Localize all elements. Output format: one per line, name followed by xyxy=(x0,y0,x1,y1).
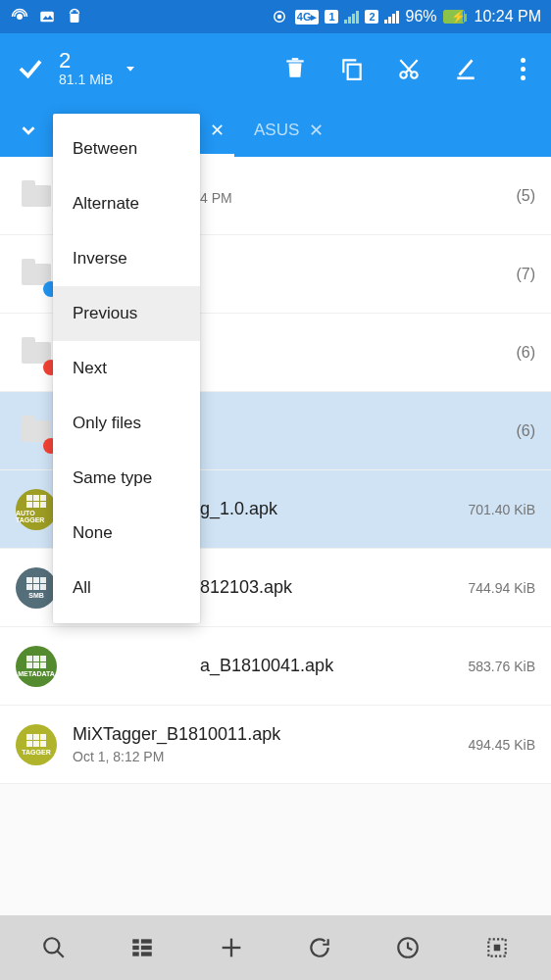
folder-icon xyxy=(16,175,57,217)
battery-percent: 96% xyxy=(405,8,436,25)
folder-icon xyxy=(16,332,57,373)
file-meta: (5) xyxy=(516,187,535,205)
svg-rect-25 xyxy=(494,945,501,952)
file-meta: 583.76 KiB xyxy=(469,659,536,674)
svg-point-4 xyxy=(76,11,78,13)
folder-icon xyxy=(16,411,57,452)
svg-point-6 xyxy=(277,16,280,19)
tab-label: ASUS xyxy=(254,121,299,140)
network-4g-icon: 4G▸ xyxy=(295,10,320,24)
signal-bars-sim1-icon xyxy=(344,10,359,24)
selection-mode-menu: BetweenAlternateInversePreviousNextOnly … xyxy=(53,114,200,623)
svg-rect-9 xyxy=(292,58,299,60)
svg-rect-10 xyxy=(348,65,361,79)
signal-bars-sim2-icon xyxy=(384,10,399,24)
battery-charging-icon: ⚡ xyxy=(443,10,465,24)
menu-item-between[interactable]: Between xyxy=(53,122,200,176)
menu-item-previous[interactable]: Previous xyxy=(53,286,200,341)
folder-icon xyxy=(16,254,57,295)
file-meta: 494.45 KiB xyxy=(469,737,536,753)
menu-item-same-type[interactable]: Same type xyxy=(53,451,200,506)
svg-point-0 xyxy=(18,15,23,20)
menu-item-alternate[interactable]: Alternate xyxy=(53,176,200,231)
sim1-icon: 1 xyxy=(325,10,338,24)
menu-item-none[interactable]: None xyxy=(53,506,200,561)
clock-time: 10:24 PM xyxy=(475,8,541,25)
close-icon[interactable]: ✕ xyxy=(309,120,324,141)
svg-rect-17 xyxy=(133,946,140,950)
file-meta: (6) xyxy=(516,344,535,362)
select-all-button[interactable] xyxy=(480,931,514,964)
sim2-icon: 2 xyxy=(365,10,378,24)
android-icon xyxy=(65,7,84,26)
tab-asus[interactable]: ASUS ✕ xyxy=(244,104,333,157)
status-bar: 4G▸ 1 2 96% ⚡ 10:24 PM xyxy=(0,0,551,33)
selection-count: 2 xyxy=(59,50,113,72)
more-options-button[interactable] xyxy=(508,54,537,83)
svg-point-13 xyxy=(44,938,59,953)
selection-dropdown-toggle[interactable] xyxy=(123,61,138,76)
file-meta: 744.94 KiB xyxy=(469,580,536,596)
svg-rect-19 xyxy=(133,952,140,956)
svg-rect-16 xyxy=(141,939,152,943)
cut-button[interactable] xyxy=(394,54,424,83)
apk-icon: AUTO TAGGER xyxy=(16,489,57,530)
confirm-selection-button[interactable] xyxy=(14,54,47,83)
svg-rect-20 xyxy=(141,952,152,956)
file-row[interactable]: METADATA a_B1810041.apk 583.76 KiB xyxy=(0,627,551,706)
selection-size: 81.1 MiB xyxy=(59,72,113,87)
file-name: a_B1810041.apk xyxy=(73,656,461,676)
bottom-toolbar xyxy=(0,915,551,980)
tab-expand-button[interactable] xyxy=(14,120,43,141)
gallery-icon xyxy=(37,7,57,26)
add-button[interactable] xyxy=(215,931,248,964)
search-button[interactable] xyxy=(37,931,71,964)
svg-marker-7 xyxy=(126,67,134,72)
view-mode-button[interactable] xyxy=(125,931,159,964)
file-date: Oct 1, 8:12 PM xyxy=(73,749,461,764)
apk-icon: METADATA xyxy=(16,646,57,687)
menu-item-next[interactable]: Next xyxy=(53,341,200,396)
delete-button[interactable] xyxy=(280,54,310,83)
svg-rect-8 xyxy=(286,60,303,62)
file-row[interactable]: TAGGER MiXTagger_B1810011.apk Oct 1, 8:1… xyxy=(0,706,551,784)
file-meta: (6) xyxy=(516,422,535,440)
apk-icon: TAGGER xyxy=(16,724,57,765)
file-name: MiXTagger_B1810011.apk xyxy=(73,724,461,745)
copy-button[interactable] xyxy=(337,54,367,83)
svg-rect-1 xyxy=(40,12,54,23)
svg-rect-15 xyxy=(133,939,140,943)
refresh-button[interactable] xyxy=(303,931,336,964)
apk-icon: SMB xyxy=(16,567,57,609)
file-meta: 701.40 KiB xyxy=(469,502,536,517)
svg-rect-18 xyxy=(141,946,152,950)
menu-item-inverse[interactable]: Inverse xyxy=(53,231,200,286)
svg-line-14 xyxy=(57,951,64,957)
menu-item-all[interactable]: All xyxy=(53,561,200,615)
file-meta: (7) xyxy=(516,266,535,283)
location-icon xyxy=(270,7,289,26)
selection-action-bar: 2 81.1 MiB xyxy=(0,33,551,104)
rename-button[interactable] xyxy=(451,54,480,83)
hotspot-icon xyxy=(10,7,29,26)
svg-point-3 xyxy=(72,11,74,13)
close-icon[interactable]: ✕ xyxy=(210,120,225,141)
history-button[interactable] xyxy=(391,931,425,964)
menu-item-only-files[interactable]: Only files xyxy=(53,396,200,451)
